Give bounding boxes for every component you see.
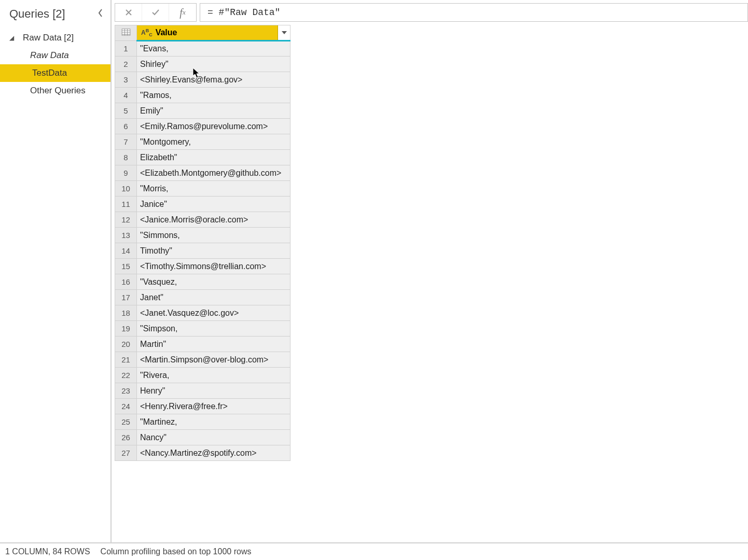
table-row[interactable]: 11Janice" [115,197,290,212]
cell-value[interactable]: <Henry.Rivera@free.fr> [137,399,290,414]
table-row[interactable]: 12<Janice.Morris@oracle.com> [115,212,290,228]
row-number[interactable]: 7 [115,134,137,150]
table-row[interactable]: 19"Simpson, [115,321,290,337]
sidebar-item-raw-data[interactable]: Raw Data [0,47,110,64]
cell-value[interactable]: Martin" [137,337,290,352]
table-row[interactable]: 14Timothy" [115,243,290,259]
row-number[interactable]: 12 [115,212,137,228]
table-row[interactable]: 26Nancy" [115,430,290,445]
cell-value[interactable]: <Janice.Morris@oracle.com> [137,212,290,228]
row-number[interactable]: 19 [115,321,137,337]
table-row[interactable]: 6<Emily.Ramos@purevolume.com> [115,119,290,134]
cancel-formula-button[interactable] [115,4,142,21]
status-profiling: Column profiling based on top 1000 rows [101,547,252,556]
cell-value[interactable]: <Nancy.Martinez@spotify.com> [137,445,290,461]
table-row[interactable]: 5Emily" [115,103,290,119]
row-number[interactable]: 8 [115,150,137,165]
column-header-value[interactable]: ABC Value [137,25,290,41]
sidebar-item-other-queries[interactable]: Other Queries [0,82,110,100]
cell-value[interactable]: "Vasquez, [137,274,290,290]
status-bar: 1 COLUMN, 84 ROWS Column profiling based… [0,542,748,560]
cell-value[interactable]: "Montgomery, [137,134,290,150]
row-number[interactable]: 3 [115,72,137,88]
sidebar-item-raw-data-2-[interactable]: ◢Raw Data [2] [0,29,110,47]
row-number[interactable]: 5 [115,103,137,119]
row-number[interactable]: 27 [115,445,137,461]
cell-value[interactable]: Janice" [137,197,290,212]
row-number[interactable]: 17 [115,290,137,305]
table-row[interactable]: 2Shirley" [115,57,290,72]
cell-value[interactable]: Nancy" [137,430,290,445]
table-row[interactable]: 8Elizabeth" [115,150,290,165]
row-number[interactable]: 26 [115,430,137,445]
table-row[interactable]: 18<Janet.Vasquez@loc.gov> [115,305,290,321]
data-grid[interactable]: ABC Value 1"Evans,2Shirley"3<Shirley.Eva… [112,25,748,542]
table-row[interactable]: 1"Evans, [115,41,290,57]
expand-toggle-icon[interactable]: ◢ [9,34,16,41]
table-row[interactable]: 4"Ramos, [115,88,290,103]
cell-value[interactable]: <Elizabeth.Montgomery@github.com> [137,165,290,181]
row-number[interactable]: 4 [115,88,137,103]
row-number[interactable]: 11 [115,197,137,212]
row-number[interactable]: 25 [115,414,137,430]
cell-value[interactable]: <Shirley.Evans@fema.gov> [137,72,290,88]
table-row[interactable]: 7"Montgomery, [115,134,290,150]
row-number[interactable]: 18 [115,305,137,321]
table-row[interactable]: 16"Vasquez, [115,274,290,290]
cell-value[interactable]: "Martinez, [137,414,290,430]
sidebar-title: Queries [2] [9,7,65,21]
table-row[interactable]: 27<Nancy.Martinez@spotify.com> [115,445,290,461]
select-all-corner[interactable] [115,25,137,41]
cell-value[interactable]: <Martin.Simpson@over-blog.com> [137,352,290,368]
cell-value[interactable]: <Janet.Vasquez@loc.gov> [137,305,290,321]
table-row[interactable]: 20Martin" [115,337,290,352]
cell-value[interactable]: "Rivera, [137,368,290,383]
cell-value[interactable]: Timothy" [137,243,290,259]
cell-value[interactable]: Janet" [137,290,290,305]
column-filter-button[interactable] [278,25,290,40]
sidebar-item-testdata[interactable]: TestData [0,64,110,82]
cell-value[interactable]: Henry" [137,383,290,399]
collapse-sidebar-button[interactable] [98,9,104,20]
fx-icon[interactable]: fx [169,4,196,21]
cell-value[interactable]: "Morris, [137,181,290,197]
row-number[interactable]: 9 [115,165,137,181]
row-number[interactable]: 21 [115,352,137,368]
row-number[interactable]: 14 [115,243,137,259]
cell-value[interactable]: <Timothy.Simmons@trellian.com> [137,259,290,274]
cell-value[interactable]: Shirley" [137,57,290,72]
table-row[interactable]: 24<Henry.Rivera@free.fr> [115,399,290,414]
cell-value[interactable]: <Emily.Ramos@purevolume.com> [137,119,290,134]
row-number[interactable]: 13 [115,228,137,243]
table-row[interactable]: 17Janet" [115,290,290,305]
commit-formula-button[interactable] [142,4,169,21]
row-number[interactable]: 24 [115,399,137,414]
table-row[interactable]: 21<Martin.Simpson@over-blog.com> [115,352,290,368]
cell-value[interactable]: "Simmons, [137,228,290,243]
table-row[interactable]: 25"Martinez, [115,414,290,430]
cell-value[interactable]: "Simpson, [137,321,290,337]
row-number[interactable]: 23 [115,383,137,399]
row-number[interactable]: 16 [115,274,137,290]
table-row[interactable]: 22"Rivera, [115,368,290,383]
sidebar-header: Queries [2] [0,0,110,26]
table-row[interactable]: 13"Simmons, [115,228,290,243]
cell-value[interactable]: Emily" [137,103,290,119]
row-number[interactable]: 10 [115,181,137,197]
row-number[interactable]: 22 [115,368,137,383]
sidebar-item-label: Raw Data [30,50,69,61]
row-number[interactable]: 2 [115,57,137,72]
row-number[interactable]: 1 [115,41,137,57]
table-row[interactable]: 3<Shirley.Evans@fema.gov> [115,72,290,88]
row-number[interactable]: 15 [115,259,137,274]
cell-value[interactable]: "Ramos, [137,88,290,103]
table-row[interactable]: 15<Timothy.Simmons@trellian.com> [115,259,290,274]
cell-value[interactable]: Elizabeth" [137,150,290,165]
cell-value[interactable]: "Evans, [137,41,290,57]
row-number[interactable]: 20 [115,337,137,352]
table-row[interactable]: 10"Morris, [115,181,290,197]
formula-input[interactable]: = #"Raw Data" [200,3,748,22]
row-number[interactable]: 6 [115,119,137,134]
table-row[interactable]: 9<Elizabeth.Montgomery@github.com> [115,165,290,181]
table-row[interactable]: 23Henry" [115,383,290,399]
